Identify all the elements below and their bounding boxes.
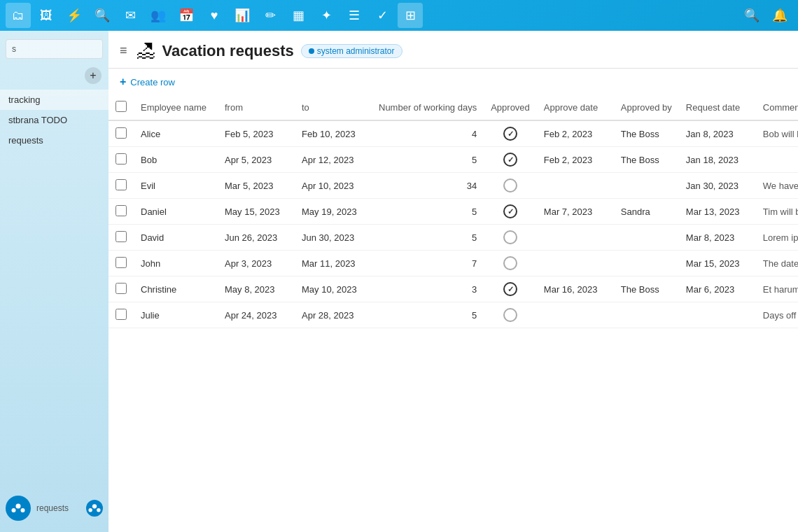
create-row-button[interactable]: + Create row	[108, 69, 798, 95]
calendar-icon[interactable]: 📅	[174, 3, 199, 28]
edit-icon[interactable]: ✏	[258, 3, 283, 28]
cell-comments: Tim will be his replacement	[756, 199, 798, 225]
cell-comments: We have to talk about that.	[756, 173, 798, 199]
mail-icon[interactable]: ✉	[118, 3, 143, 28]
cell-request-date: Jan 30, 2023	[679, 173, 756, 199]
cell-request-date: Mar 6, 2023	[679, 276, 756, 302]
cell-approved	[484, 199, 537, 225]
row-checkbox-0[interactable]	[115, 127, 127, 139]
cell-days: 34	[372, 173, 484, 199]
admin-badge-label: system administrator	[317, 46, 395, 56]
cell-days: 5	[372, 147, 484, 173]
heart-icon[interactable]: ♥	[202, 3, 227, 28]
cell-approve-date	[537, 302, 614, 328]
cell-comments: Bob will help for this time	[756, 120, 798, 147]
table-row: David Jun 26, 2023 Jun 30, 2023 5 Mar 8,…	[108, 225, 798, 251]
header-days: Number of working days	[372, 95, 484, 120]
cell-request-date: Mar 15, 2023	[679, 251, 756, 276]
grid-icon[interactable]: ⊞	[398, 3, 423, 28]
row-checkbox-3[interactable]	[115, 205, 127, 216]
cell-request-date: Jan 8, 2023	[679, 120, 756, 147]
sidebar: + tracking stbrana TODO requests request…	[0, 31, 108, 532]
table-row: Daniel May 15, 2023 May 19, 2023 5 Mar 7…	[108, 199, 798, 225]
row-checkbox-5[interactable]	[115, 257, 127, 268]
contacts-icon[interactable]: 👥	[146, 3, 171, 28]
cell-days: 5	[372, 225, 484, 251]
approved-empty-icon	[503, 230, 517, 244]
cell-approved-by	[614, 225, 679, 251]
list-icon[interactable]: ☰	[342, 3, 367, 28]
row-checkbox-cell	[108, 147, 134, 173]
svg-point-2	[21, 508, 25, 512]
cell-approved-by: The Boss	[614, 120, 679, 147]
page-header: ≡ 🏖 Vacation requests system administrat…	[108, 31, 798, 69]
approved-empty-icon	[503, 178, 517, 192]
cell-name: Bob	[134, 147, 218, 173]
admin-badge-dot	[309, 48, 314, 54]
cell-to: Apr 12, 2023	[295, 147, 372, 173]
files-icon[interactable]: 🗂	[6, 3, 31, 28]
sidebar-avatar[interactable]	[86, 500, 103, 517]
table-row: Christine May 8, 2023 May 10, 2023 3 Mar…	[108, 276, 798, 302]
cell-approved-by: The Boss	[614, 147, 679, 173]
sidebar-item-requests[interactable]: requests	[0, 130, 108, 150]
cell-from: Mar 5, 2023	[218, 173, 295, 199]
row-checkbox-cell	[108, 225, 134, 251]
cell-name: Daniel	[134, 199, 218, 225]
approved-check-icon	[503, 204, 517, 218]
table-blocks-icon[interactable]: ▦	[286, 3, 311, 28]
table-header-row: Employee name from to Number of working …	[108, 95, 798, 120]
search-topbar-icon[interactable]: 🔍	[90, 3, 115, 28]
row-checkbox-1[interactable]	[115, 153, 127, 164]
global-search-icon[interactable]: 🔍	[739, 3, 764, 28]
cell-approved	[484, 147, 537, 173]
charts-icon[interactable]: 📊	[230, 3, 255, 28]
cell-approved-by	[614, 173, 679, 199]
table-row: Bob Apr 5, 2023 Apr 12, 2023 5 Feb 2, 20…	[108, 147, 798, 173]
main-layout: + tracking stbrana TODO requests request…	[0, 31, 798, 532]
cell-request-date	[679, 302, 756, 328]
cell-approved	[484, 225, 537, 251]
check-icon[interactable]: ✓	[370, 3, 395, 28]
photos-icon[interactable]: 🖼	[34, 3, 59, 28]
sidebar-item-tracking[interactable]: tracking	[0, 90, 108, 110]
cell-name: Julie	[134, 302, 218, 328]
cell-approved	[484, 251, 537, 276]
hamburger-menu[interactable]: ≡	[120, 43, 127, 58]
row-checkbox-4[interactable]	[115, 231, 127, 242]
notifications-icon[interactable]: 🔔	[767, 3, 792, 28]
cell-days: 5	[372, 302, 484, 328]
row-checkbox-7[interactable]	[115, 309, 127, 320]
cell-approved	[484, 120, 537, 147]
cell-from: Feb 5, 2023	[218, 120, 295, 147]
header-comments: Comments	[756, 95, 798, 120]
cell-name: David	[134, 225, 218, 251]
table-container: Employee name from to Number of working …	[108, 95, 798, 532]
approved-empty-icon	[503, 256, 517, 270]
cell-approved	[484, 173, 537, 199]
cell-approved-by: Sandra	[614, 199, 679, 225]
activity-icon[interactable]: ⚡	[62, 3, 87, 28]
cell-comments: Et harum quidem rerum facilis	[756, 276, 798, 302]
row-checkbox-cell	[108, 199, 134, 225]
star-icon[interactable]: ✦	[314, 3, 339, 28]
cell-from: Jun 26, 2023	[218, 225, 295, 251]
row-checkbox-6[interactable]	[115, 283, 127, 294]
select-all-checkbox[interactable]	[115, 101, 127, 112]
approved-check-icon	[503, 282, 517, 296]
cell-from: May 15, 2023	[218, 199, 295, 225]
row-checkbox-cell	[108, 120, 134, 147]
row-checkbox-cell	[108, 276, 134, 302]
admin-badge: system administrator	[301, 44, 402, 58]
new-table-button[interactable]: +	[85, 67, 102, 84]
cell-approved-by	[614, 302, 679, 328]
cell-comments: Lorem ipsum dolor sit amet, co	[756, 225, 798, 251]
table-row: John Apr 3, 2023 Mar 11, 2023 7 Mar 15, …	[108, 251, 798, 276]
search-input[interactable]	[6, 39, 103, 59]
sidebar-bottom: requests	[0, 490, 108, 526]
cell-from: May 8, 2023	[218, 276, 295, 302]
sidebar-item-stbrana-todo[interactable]: stbrana TODO	[0, 110, 108, 130]
sidebar-item-requests-bottom[interactable]: requests	[36, 503, 69, 513]
row-checkbox-2[interactable]	[115, 179, 127, 190]
cell-to: Jun 30, 2023	[295, 225, 372, 251]
